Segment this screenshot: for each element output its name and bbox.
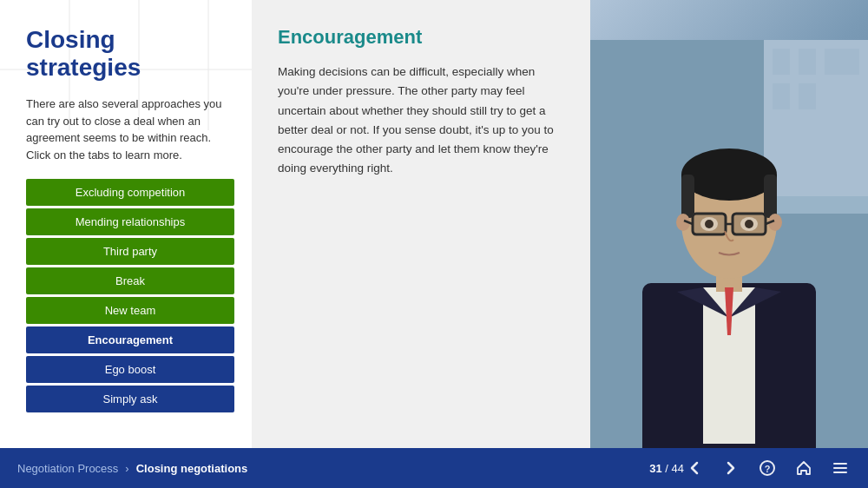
- svg-rect-14: [825, 49, 859, 75]
- tab-break[interactable]: Break: [26, 267, 234, 294]
- svg-rect-26: [681, 175, 694, 218]
- person-image-area: [590, 0, 868, 448]
- breadcrumb: Negotiation Process › Closing negotiatio…: [17, 462, 649, 475]
- content-title: Encouragement: [278, 26, 564, 49]
- intro-text: There are also several approaches you ca…: [26, 96, 234, 163]
- tab-new-team[interactable]: New team: [26, 297, 234, 324]
- svg-rect-13: [799, 49, 816, 75]
- total-pages: 44: [672, 462, 684, 475]
- left-panel: Closing strategies There are also severa…: [0, 0, 252, 448]
- svg-rect-27: [764, 175, 777, 218]
- breadcrumb-separator: ›: [125, 462, 128, 475]
- home-button[interactable]: [793, 458, 814, 478]
- svg-point-40: [745, 220, 753, 228]
- prev-button[interactable]: [684, 458, 705, 478]
- tab-encouragement[interactable]: Encouragement: [26, 326, 234, 353]
- svg-rect-16: [799, 83, 816, 109]
- content-body: Making decisions can be difficult, espec…: [278, 63, 564, 179]
- page-counter: 31 / 44: [649, 462, 684, 475]
- tab-mending-relationships[interactable]: Mending relationships: [26, 208, 234, 235]
- menu-button[interactable]: [830, 458, 851, 478]
- nav-controls: ?: [684, 458, 851, 478]
- bottom-bar: Negotiation Process › Closing negotiatio…: [0, 448, 868, 488]
- page-separator: /: [662, 462, 672, 475]
- person-photo: [590, 0, 868, 448]
- current-page: 31: [649, 462, 661, 475]
- right-panel: Encouragement Making decisions can be di…: [252, 0, 868, 448]
- tab-excluding-competition[interactable]: Excluding competition: [26, 179, 234, 206]
- tab-third-party[interactable]: Third party: [26, 238, 234, 265]
- content-area: Encouragement Making decisions can be di…: [252, 0, 590, 448]
- svg-text:?: ?: [765, 464, 771, 474]
- next-button[interactable]: [720, 458, 741, 478]
- svg-rect-17: [764, 196, 868, 214]
- breadcrumb-part2: Closing negotiations: [136, 462, 248, 475]
- svg-rect-15: [773, 83, 790, 109]
- svg-rect-25: [681, 175, 777, 192]
- breadcrumb-part1: Negotiation Process: [17, 462, 118, 475]
- svg-point-39: [705, 220, 713, 228]
- tab-simply-ask[interactable]: Simply ask: [26, 386, 234, 412]
- help-button[interactable]: ?: [757, 458, 778, 478]
- svg-rect-12: [773, 49, 790, 75]
- tab-list: Excluding competitionMending relationshi…: [26, 179, 234, 412]
- page-title: Closing strategies: [26, 26, 234, 82]
- tab-ego-boost[interactable]: Ego boost: [26, 356, 234, 383]
